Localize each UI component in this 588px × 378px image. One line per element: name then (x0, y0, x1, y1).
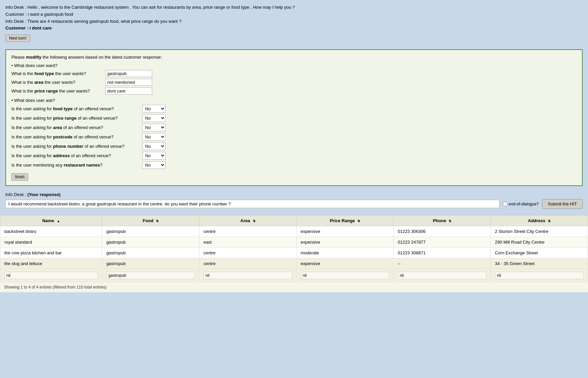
cell-area: centre (199, 248, 296, 258)
conv-line-1: Info Desk : Hello , welcome to the Cambr… (5, 4, 583, 11)
what-wants-header: • What does user want? (11, 63, 577, 68)
price-range-label: What is the price range the user wants? (11, 88, 105, 93)
col-price-range[interactable]: Price Range ⇅ (296, 215, 394, 226)
cell-food: gastropub (102, 226, 199, 237)
conv-line-4: Customer : i dont care (5, 25, 583, 32)
filter-price-range[interactable] (301, 272, 390, 279)
price-range-row: What is the price range the user wants? (11, 87, 577, 94)
col-address[interactable]: Address ⇅ (491, 215, 588, 226)
cell-name: the cow pizza kitchen and bar (0, 248, 102, 258)
cell-phone: 01223 247877 (394, 237, 491, 248)
table-footer: Showing 1 to 4 of 4 entries (filtered fr… (0, 282, 588, 292)
phone-select-label: Is the user asking for phone number of a… (11, 144, 142, 149)
food-type-select-row: Is the user asking for food type of an o… (11, 105, 577, 113)
cell-address: 2 Sturton Street City Centre (491, 226, 588, 237)
table-row: royal standardgastropubeastexpensive0122… (0, 237, 588, 248)
annotation-title: Please modifiy the following answers bas… (11, 55, 577, 60)
cell-food: gastropub (102, 258, 199, 269)
area-input[interactable] (105, 79, 152, 86)
cell-food: gastropub (102, 248, 199, 258)
conversation-text: Info Desk : Hello , welcome to the Cambr… (5, 4, 583, 32)
table-section: Name ▲ Food ⇅ Area ⇅ Price Range ⇅ Phone… (0, 215, 588, 292)
response-input[interactable] (5, 200, 499, 208)
filter-phone[interactable] (398, 272, 486, 279)
what-asks-header: • What does user ask? (11, 98, 577, 103)
filter-area[interactable] (203, 272, 292, 279)
postcode-select[interactable]: NoYes (142, 133, 166, 141)
cell-name: royal standard (0, 237, 102, 248)
cell-area: centre (199, 226, 296, 237)
area-label: What is the area the user wants? (11, 80, 105, 85)
cell-phone: -- (394, 258, 491, 269)
filter-name[interactable] (4, 272, 98, 279)
cell-area: centre (199, 258, 296, 269)
col-phone[interactable]: Phone ⇅ (394, 215, 491, 226)
annotation-box: Please modifiy the following answers bas… (5, 49, 583, 186)
address-select[interactable]: NoYes (142, 152, 166, 160)
conv-line-2: Customer : i want a gastropub food (5, 11, 583, 18)
response-section: Info Desk : (Your response) end-of-dialo… (0, 189, 588, 211)
postcode-select-label: Is the user asking for postcode of an of… (11, 134, 142, 139)
next-turn-button[interactable]: Next turn! (5, 35, 30, 42)
cell-phone: 01223 306306 (394, 226, 491, 237)
food-type-select-label: Is the user asking for food type of an o… (11, 106, 142, 111)
area-select[interactable]: NoYes (142, 124, 166, 131)
restaurant-names-select[interactable]: NoYes (142, 161, 166, 169)
cell-area: east (199, 237, 296, 248)
finish-button[interactable]: finish (11, 173, 28, 181)
cell-phone: 01223 308871 (394, 248, 491, 258)
address-select-label: Is the user asking for address of an off… (11, 153, 142, 158)
area-row: What is the area the user wants? (11, 79, 577, 86)
cell-name: the slug and lettuce (0, 258, 102, 269)
filter-address[interactable] (495, 272, 584, 279)
cell-address: 290 Mill Road City Centre (491, 237, 588, 248)
col-name[interactable]: Name ▲ (0, 215, 102, 226)
results-table: Name ▲ Food ⇅ Area ⇅ Price Range ⇅ Phone… (0, 215, 588, 282)
table-header-row: Name ▲ Food ⇅ Area ⇅ Price Range ⇅ Phone… (0, 215, 588, 226)
restaurant-names-select-row: Is the user mentioning any restaurant na… (11, 161, 577, 169)
table-filter-row (0, 269, 588, 282)
table-row: backstreet bistrogastropubcentreexpensiv… (0, 226, 588, 237)
cell-price_range: expensive (296, 226, 394, 237)
end-of-dialogue-checkbox[interactable] (503, 202, 507, 206)
col-food[interactable]: Food ⇅ (102, 215, 199, 226)
cell-food: gastropub (102, 237, 199, 248)
conversation-section: Info Desk : Hello , welcome to the Cambr… (0, 0, 588, 46)
cell-address: 34 - 35 Green Street (491, 258, 588, 269)
cell-name: backstreet bistro (0, 226, 102, 237)
food-type-row: What is the food type the user wants? (11, 70, 577, 77)
cell-price_range: moderate (296, 248, 394, 258)
price-range-select-label: Is the user asking for price range of an… (11, 116, 142, 121)
cell-price_range: expensive (296, 237, 394, 248)
food-type-select[interactable]: NoYes (142, 105, 166, 113)
cell-price_range: expensive (296, 258, 394, 269)
address-select-row: Is the user asking for address of an off… (11, 152, 577, 160)
cell-address: Corn Exchange Street (491, 248, 588, 258)
area-select-label: Is the user asking for area of an offere… (11, 125, 142, 130)
price-range-select[interactable]: NoYes (142, 114, 166, 122)
price-range-select-row: Is the user asking for price range of an… (11, 114, 577, 122)
restaurant-names-select-label: Is the user mentioning any restaurant na… (11, 163, 142, 168)
food-type-label: What is the food type the user wants? (11, 71, 105, 76)
area-select-row: Is the user asking for area of an offere… (11, 124, 577, 131)
price-range-input[interactable] (105, 87, 152, 94)
phone-select-row: Is the user asking for phone number of a… (11, 142, 577, 150)
conv-line-3: Info Desk : There are 4 restaurants serv… (5, 18, 583, 25)
food-type-input[interactable] (105, 70, 152, 77)
end-of-dialogue-label: end-of-dialogue? (503, 202, 539, 206)
col-area[interactable]: Area ⇅ (199, 215, 296, 226)
table-row: the cow pizza kitchen and bargastropubce… (0, 248, 588, 258)
response-row: end-of-dialogue? Submit the HIT (5, 199, 583, 209)
table-row: the slug and lettucegastropubcentreexpen… (0, 258, 588, 269)
postcode-select-row: Is the user asking for postcode of an of… (11, 133, 577, 141)
response-label: Info Desk : (Your response) (5, 192, 583, 197)
phone-select[interactable]: NoYes (142, 142, 166, 150)
filter-food[interactable] (106, 272, 195, 279)
submit-hit-button[interactable]: Submit the HIT (542, 199, 583, 209)
